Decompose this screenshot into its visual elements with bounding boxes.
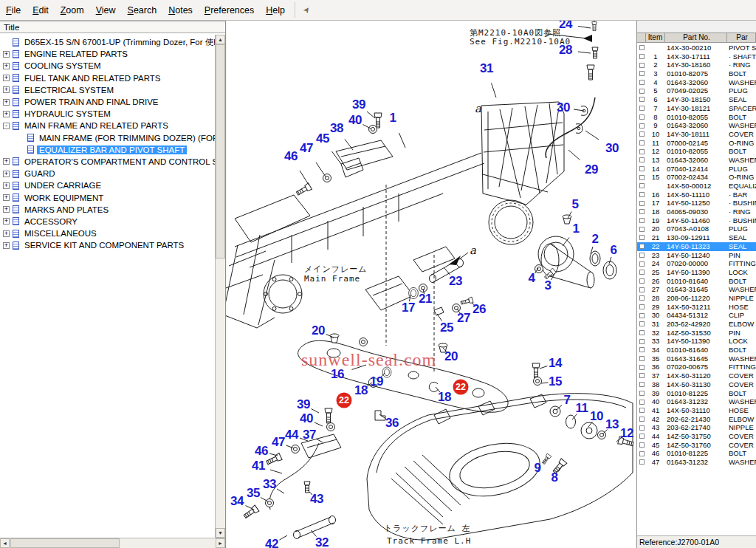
highlighted-callout-22[interactable]: 22 (453, 380, 469, 395)
callout-40[interactable]: 40 (348, 113, 362, 128)
part-checkbox[interactable] (639, 356, 645, 361)
callout-5[interactable]: 5 (572, 197, 579, 212)
callout-30[interactable]: 30 (557, 100, 570, 115)
callout-39[interactable]: 39 (297, 397, 310, 412)
callout-38[interactable]: 38 (330, 121, 343, 136)
part-name-column-header[interactable]: Par (727, 33, 756, 42)
expand-icon[interactable]: + (3, 230, 10, 237)
part-checkbox[interactable] (639, 140, 645, 145)
callout-13[interactable]: 13 (605, 417, 619, 432)
callout-9[interactable]: 9 (535, 461, 541, 476)
part-row[interactable]: 43203-62-21740NIPPLE (637, 423, 756, 432)
part-row[interactable]: 3607020-00675FITTING (637, 363, 756, 371)
callout-37[interactable]: 37 (303, 428, 316, 442)
part-row[interactable]: 801010-82055BOLT (637, 113, 756, 122)
pointer-tool-icon[interactable]: ➤ (301, 4, 313, 16)
part-checkbox[interactable] (639, 209, 645, 214)
part-checkbox[interactable] (639, 330, 645, 335)
part-row[interactable]: 3401010-81640BOLT (637, 346, 756, 355)
part-checkbox[interactable] (639, 253, 645, 258)
callout-33[interactable]: 33 (263, 477, 276, 492)
part-row[interactable]: 901643-32060WASHER (637, 121, 756, 130)
part-checkbox[interactable] (639, 54, 645, 59)
part-checkbox[interactable] (639, 175, 645, 180)
part-row[interactable]: 1107000-02145O-RING (637, 139, 756, 148)
part-checkbox[interactable] (639, 270, 645, 275)
part-checkbox[interactable] (639, 80, 645, 85)
part-checkbox[interactable] (639, 106, 645, 111)
part-checkbox[interactable] (639, 97, 645, 102)
part-checkbox[interactable] (639, 408, 645, 413)
part-checkbox[interactable] (639, 157, 645, 162)
callout-42[interactable]: 42 (265, 537, 278, 548)
part-row[interactable]: 2314Y-50-11240PIN (637, 251, 756, 260)
callout-35[interactable]: 35 (247, 486, 260, 501)
part-checkbox[interactable] (639, 304, 645, 309)
vertical-scroll-thumb[interactable] (216, 44, 225, 258)
tree-item[interactable]: +HYDRAULIC SYSTEM (0, 108, 215, 120)
callout-14[interactable]: 14 (549, 356, 562, 371)
part-row[interactable]: 2701643-31645WASHER (637, 285, 756, 294)
part-checkbox[interactable] (639, 192, 645, 197)
part-checkbox[interactable] (639, 71, 645, 76)
part-checkbox[interactable] (639, 339, 645, 344)
part-checkbox[interactable] (639, 166, 645, 171)
callout-2[interactable]: 2 (592, 232, 599, 247)
callout-46[interactable]: 46 (255, 444, 268, 459)
part-checkbox[interactable] (639, 89, 645, 94)
part-checkbox[interactable] (639, 373, 645, 378)
callout-32[interactable]: 32 (315, 535, 329, 548)
part-row[interactable]: 507049-02025PLUG (637, 86, 756, 95)
part-row[interactable]: 2407020-00000FITTING (637, 259, 756, 268)
highlighted-callout-22[interactable]: 22 (337, 393, 352, 408)
collapse-icon[interactable]: - (3, 123, 10, 129)
part-row[interactable]: 4601010-81225BOLT (637, 449, 756, 458)
part-checkbox[interactable] (639, 235, 645, 240)
menu-view[interactable]: View (90, 1, 122, 18)
part-row[interactable]: 3814X-50-31130COVER (637, 380, 756, 389)
part-checkbox[interactable] (639, 451, 645, 456)
expand-icon[interactable]: + (3, 51, 10, 58)
part-checkbox[interactable] (639, 321, 645, 326)
part-checkbox[interactable] (639, 313, 645, 318)
part-row[interactable]: 301010-82075BOLT (637, 69, 756, 78)
tree-item[interactable]: +ACCESSORY (0, 216, 215, 227)
tree-item[interactable]: +WORK EQUIPMENT (0, 191, 215, 203)
part-row[interactable]: 1014Y-30-18111COVER (637, 130, 756, 139)
part-row[interactable]: 4701643-31232WASHER (637, 458, 756, 467)
part-row[interactable]: 114X-30-17111· SHAFT (637, 52, 756, 61)
part-checkbox[interactable] (639, 278, 645, 284)
part-checkbox[interactable] (639, 123, 645, 129)
part-row[interactable]: 1201010-82055BOLT (637, 147, 756, 156)
callout-36[interactable]: 36 (385, 416, 399, 431)
part-row[interactable]: 21130-09-12911SEAL (637, 233, 756, 242)
part-checkbox[interactable] (639, 434, 645, 439)
callout-29[interactable]: 29 (585, 162, 598, 177)
part-row[interactable]: 614Y-30-18150SEAL (637, 95, 756, 104)
part-checkbox[interactable] (639, 287, 645, 292)
scroll-down-icon[interactable]: ▼ (216, 528, 225, 538)
tree-title-header[interactable]: Title (0, 21, 225, 33)
callout-46[interactable]: 46 (284, 149, 298, 164)
tree-item[interactable]: +UNDER CARRIAGE (0, 179, 215, 191)
expand-icon[interactable]: + (3, 242, 10, 249)
callout-17[interactable]: 17 (402, 301, 415, 315)
callout-47[interactable]: 47 (300, 141, 313, 156)
part-checkbox[interactable] (639, 201, 645, 206)
part-checkbox[interactable] (639, 45, 645, 50)
callout-41[interactable]: 41 (252, 459, 265, 473)
tree-item[interactable]: -MAIN FRAME AND RELATED PARTS (0, 120, 215, 131)
part-checkbox[interactable] (639, 382, 645, 387)
callout-11[interactable]: 11 (576, 401, 588, 416)
tree-item[interactable]: +ELECTRICAL SYSTEM (0, 84, 215, 96)
menu-help[interactable]: Help (260, 1, 291, 18)
tree-item[interactable]: EQUALIZER BAR AND PIVOT SHAFT (0, 144, 215, 156)
callout-47[interactable]: 47 (272, 435, 285, 450)
horizontal-scroll-thumb[interactable] (10, 538, 120, 548)
part-row[interactable]: 401643-32060WASHER (637, 78, 756, 87)
callout-4[interactable]: 4 (529, 271, 535, 286)
part-checkbox[interactable] (639, 114, 645, 120)
part-row[interactable]: 1914Y-50-11460· BUSHIN (637, 216, 756, 225)
callout-20[interactable]: 20 (312, 323, 325, 338)
part-row[interactable]: 1714Y-50-11250· BUSHIN (637, 199, 756, 208)
